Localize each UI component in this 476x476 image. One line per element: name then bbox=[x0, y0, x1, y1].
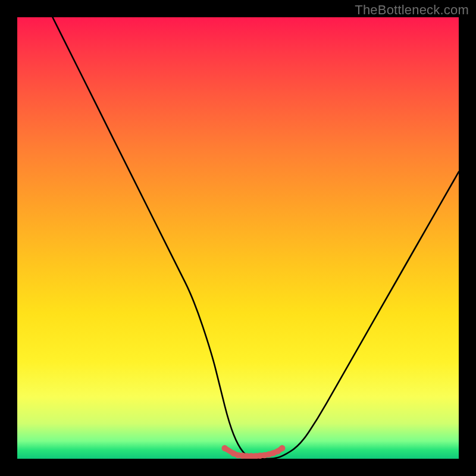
cluster-dot bbox=[279, 445, 285, 451]
curve-svg bbox=[17, 17, 459, 459]
cluster-dot bbox=[222, 445, 228, 451]
chart-frame: TheBottleneck.com bbox=[0, 0, 476, 476]
cluster-dot bbox=[235, 452, 241, 458]
cluster-dot bbox=[275, 448, 281, 454]
cluster-dot bbox=[270, 450, 276, 456]
cluster-dot bbox=[239, 453, 245, 459]
cluster-dot bbox=[248, 453, 254, 459]
cluster-dot bbox=[257, 453, 263, 459]
cluster-dot bbox=[230, 450, 236, 456]
cluster-dot bbox=[244, 453, 250, 459]
cluster-stroke bbox=[225, 448, 283, 456]
main-curve bbox=[52, 17, 459, 459]
plot-area bbox=[17, 17, 459, 459]
cluster-dot bbox=[253, 453, 259, 459]
bottom-cluster bbox=[222, 445, 286, 459]
watermark-text: TheBottleneck.com bbox=[355, 2, 469, 18]
cluster-dot bbox=[266, 451, 272, 457]
cluster-dot bbox=[261, 452, 267, 458]
